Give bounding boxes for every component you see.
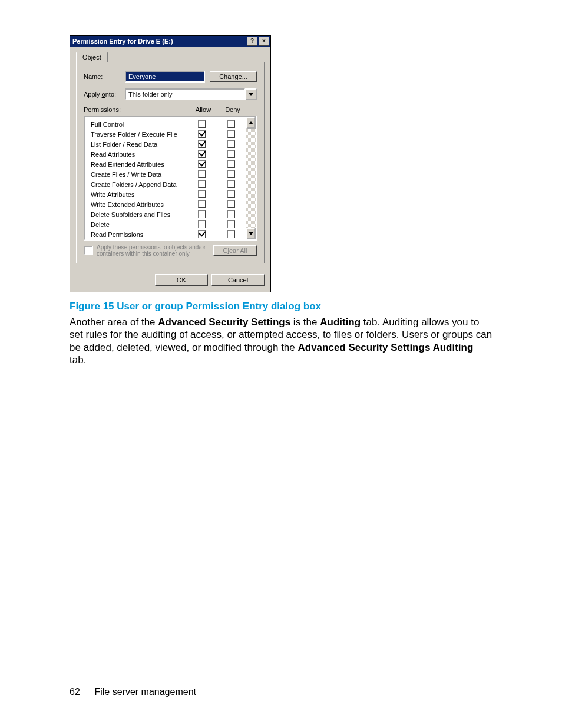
permission-row: Create Folders / Append Data <box>91 179 246 189</box>
permission-name: Write Attributes <box>91 191 187 198</box>
deny-checkbox[interactable] <box>227 170 235 178</box>
allow-checkbox[interactable] <box>198 130 206 138</box>
allow-checkbox[interactable] <box>198 190 206 198</box>
deny-checkbox[interactable] <box>227 220 235 228</box>
permission-name: Create Folders / Append Data <box>91 181 187 188</box>
ok-button[interactable]: OK <box>155 274 208 286</box>
apply-onto-select[interactable]: This folder only <box>125 88 257 100</box>
deny-checkbox[interactable] <box>227 160 235 168</box>
cancel-button[interactable]: Cancel <box>211 274 265 286</box>
permissions-list: Full ControlTraverse Folder / Execute Fi… <box>84 116 257 241</box>
allow-checkbox[interactable] <box>198 120 206 128</box>
permission-name: Create Files / Write Data <box>91 171 187 178</box>
allow-checkbox[interactable] <box>198 150 206 158</box>
permission-row: Write Attributes <box>91 189 246 199</box>
deny-checkbox[interactable] <box>227 190 235 198</box>
permissions-label: Permissions: <box>84 106 189 113</box>
apply-recursive-checkbox[interactable] <box>84 246 93 255</box>
allow-checkbox[interactable] <box>198 230 206 238</box>
permission-row: Delete Subfolders and Files <box>91 209 246 219</box>
tab-object[interactable]: Object <box>76 52 108 62</box>
permission-row: List Folder / Read Data <box>91 139 246 149</box>
change-button[interactable]: Change... <box>210 71 257 82</box>
permission-name: Read Extended Attributes <box>91 161 187 168</box>
allow-checkbox[interactable] <box>198 170 206 178</box>
help-icon[interactable]: ? <box>247 37 257 46</box>
col-deny: Deny <box>218 106 247 113</box>
permission-row: Traverse Folder / Execute File <box>91 129 246 139</box>
allow-checkbox[interactable] <box>198 180 206 188</box>
deny-checkbox[interactable] <box>227 200 235 208</box>
scrollbar[interactable] <box>246 117 256 239</box>
deny-checkbox[interactable] <box>227 140 235 148</box>
allow-checkbox[interactable] <box>198 210 206 218</box>
deny-checkbox[interactable] <box>227 150 235 158</box>
permission-row: Full Control <box>91 119 246 129</box>
permission-row: Read Extended Attributes <box>91 159 246 169</box>
permission-name: Read Permissions <box>91 231 187 238</box>
deny-checkbox[interactable] <box>227 130 235 138</box>
deny-checkbox[interactable] <box>227 210 235 218</box>
deny-checkbox[interactable] <box>227 230 235 238</box>
body-paragraph: Another area of the Advanced Security Se… <box>70 316 492 366</box>
clear-all-button[interactable]: Clear All <box>213 245 257 256</box>
permission-row: Read Attributes <box>91 149 246 159</box>
permission-name: Delete Subfolders and Files <box>91 211 187 218</box>
permission-row: Create Files / Write Data <box>91 169 246 179</box>
close-icon[interactable]: × <box>259 37 269 46</box>
scroll-up-icon[interactable] <box>246 117 256 129</box>
allow-checkbox[interactable] <box>198 220 206 228</box>
col-allow: Allow <box>189 106 218 113</box>
deny-checkbox[interactable] <box>227 180 235 188</box>
name-label: Name: <box>84 73 125 80</box>
apply-onto-value: This folder only <box>125 88 245 100</box>
page-number: 62 <box>70 687 92 697</box>
name-field[interactable]: Everyone <box>125 71 205 83</box>
permission-row: Write Extended Attributes <box>91 199 246 209</box>
titlebar[interactable]: Permission Entry for Drive E (E:) ? × <box>70 36 270 47</box>
page-footer: 62 File server management <box>70 687 196 697</box>
permission-name: Read Attributes <box>91 151 187 158</box>
permission-row: Read Permissions <box>91 229 246 239</box>
permission-name: Delete <box>91 221 187 228</box>
tabstrip: Object <box>76 51 265 62</box>
window-title: Permission Entry for Drive E (E:) <box>72 38 173 45</box>
permission-name: Full Control <box>91 121 187 128</box>
deny-checkbox[interactable] <box>227 120 235 128</box>
permission-name: List Folder / Read Data <box>91 141 187 148</box>
apply-onto-label: Apply onto: <box>84 91 125 98</box>
chevron-down-icon[interactable] <box>245 88 257 100</box>
section-name: File server management <box>94 687 196 697</box>
scroll-down-icon[interactable] <box>246 228 256 239</box>
permission-entry-dialog: Permission Entry for Drive E (E:) ? × Ob… <box>70 35 271 292</box>
allow-checkbox[interactable] <box>198 160 206 168</box>
figure-caption: Figure 15 User or group Permission Entry… <box>70 301 492 312</box>
allow-checkbox[interactable] <box>198 140 206 148</box>
permission-name: Write Extended Attributes <box>91 201 187 208</box>
permission-row: Delete <box>91 219 246 229</box>
allow-checkbox[interactable] <box>198 200 206 208</box>
apply-recursive-label: Apply these permissions to objects and/o… <box>97 244 213 257</box>
permission-name: Traverse Folder / Execute File <box>91 131 187 138</box>
